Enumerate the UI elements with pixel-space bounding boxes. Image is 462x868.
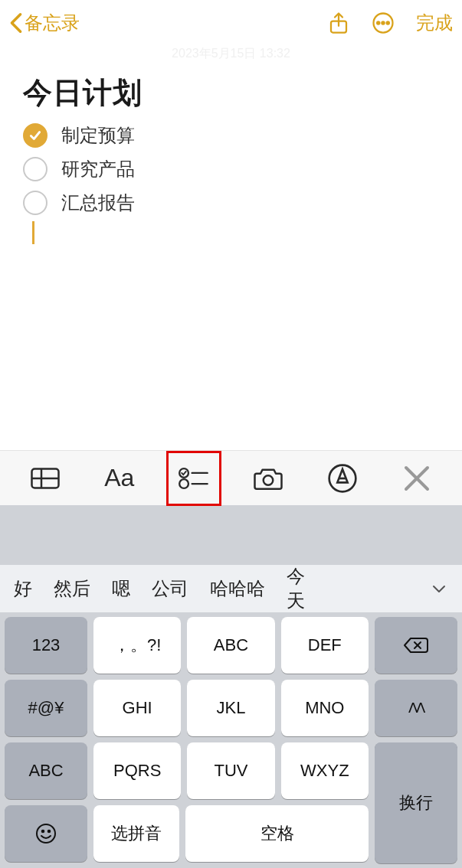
svg-point-2 xyxy=(377,21,379,24)
back-button[interactable]: 备忘录 xyxy=(9,11,80,35)
table-button[interactable] xyxy=(27,460,64,497)
svg-point-10 xyxy=(179,479,188,488)
camera-button[interactable] xyxy=(250,460,287,497)
svg-point-12 xyxy=(264,475,274,485)
emoji-key[interactable] xyxy=(5,805,87,862)
suggestion-item[interactable]: 哈哈哈 xyxy=(199,576,276,601)
space-key[interactable]: 空格 xyxy=(185,805,369,862)
checklist-item-text[interactable]: 汇总报告 xyxy=(61,191,135,215)
key-abc2[interactable]: ABC xyxy=(187,617,274,674)
checklist-item[interactable]: 研究产品 xyxy=(23,157,439,181)
done-button[interactable]: 完成 xyxy=(416,11,453,35)
checklist-item-text[interactable]: 制定预算 xyxy=(61,123,135,148)
suggestion-item[interactable]: 好 xyxy=(3,576,43,601)
app-header: 备忘录 完成 xyxy=(0,0,462,46)
checkbox-unchecked-icon[interactable] xyxy=(23,191,48,215)
keyboard-gap xyxy=(0,505,462,565)
suggestion-item[interactable]: 然后 xyxy=(43,576,101,601)
key-123[interactable]: 123 xyxy=(5,617,87,674)
key-abc[interactable]: ABC xyxy=(5,742,87,799)
note-timestamp: 2023年5月15日 13:32 xyxy=(0,46,462,63)
text-cursor xyxy=(32,221,34,244)
header-actions: 完成 xyxy=(327,11,453,35)
checklist-item[interactable]: 制定预算 xyxy=(23,123,439,148)
format-toolbar: Aa xyxy=(0,450,462,505)
text-cursor-line[interactable] xyxy=(23,221,439,244)
checklist-button[interactable] xyxy=(175,460,212,497)
share-icon[interactable] xyxy=(327,11,350,34)
svg-point-3 xyxy=(382,21,384,24)
suggestion-bar: 好 然后 嗯 公司 哈哈哈 今天 xyxy=(0,565,462,612)
keyboard: 123 #@¥ ABC ，。?! ABC DEF GHI JKL MNO PQR… xyxy=(0,612,462,868)
markup-button[interactable] xyxy=(324,460,361,497)
svg-point-18 xyxy=(37,824,55,843)
checkbox-unchecked-icon[interactable] xyxy=(23,157,48,181)
return-key[interactable]: 换行 xyxy=(375,742,457,863)
key-wxyz[interactable]: WXYZ xyxy=(281,742,369,799)
expand-suggestions-button[interactable] xyxy=(419,583,459,594)
close-keyboard-button[interactable] xyxy=(398,460,435,497)
more-icon[interactable] xyxy=(372,11,395,34)
key-symbols[interactable]: #@¥ xyxy=(5,680,87,736)
key-tuv[interactable]: TUV xyxy=(187,742,274,799)
key-jkl[interactable]: JKL xyxy=(187,680,274,736)
suggestion-item[interactable]: 嗯 xyxy=(101,576,141,601)
suggestion-item[interactable]: 今天 xyxy=(276,564,320,613)
svg-point-4 xyxy=(387,21,389,24)
checkbox-checked-icon[interactable] xyxy=(23,123,48,148)
chevron-left-icon xyxy=(9,12,23,34)
note-body[interactable]: 今日计划 制定预算 研究产品 汇总报告 xyxy=(0,63,462,450)
note-title[interactable]: 今日计划 xyxy=(23,73,439,113)
key-pqrs[interactable]: PQRS xyxy=(93,742,181,799)
svg-point-19 xyxy=(42,830,44,833)
svg-point-8 xyxy=(179,468,188,478)
checklist-item[interactable]: 汇总报告 xyxy=(23,191,439,215)
key-def[interactable]: DEF xyxy=(281,617,369,674)
key-ghi[interactable]: GHI xyxy=(93,680,181,736)
back-label: 备忘录 xyxy=(25,11,80,35)
key-punct[interactable]: ，。?! xyxy=(93,617,181,674)
pinyin-key[interactable]: 选拼音 xyxy=(93,805,179,862)
caret-key[interactable]: ᐱᐱ xyxy=(375,680,457,736)
suggestion-item[interactable]: 公司 xyxy=(141,576,199,601)
checklist-item-text[interactable]: 研究产品 xyxy=(61,157,135,181)
backspace-key[interactable] xyxy=(375,617,457,674)
key-mno[interactable]: MNO xyxy=(281,680,369,736)
svg-point-20 xyxy=(48,830,51,833)
text-format-button[interactable]: Aa xyxy=(101,460,138,497)
checklist: 制定预算 研究产品 汇总报告 xyxy=(23,123,439,215)
